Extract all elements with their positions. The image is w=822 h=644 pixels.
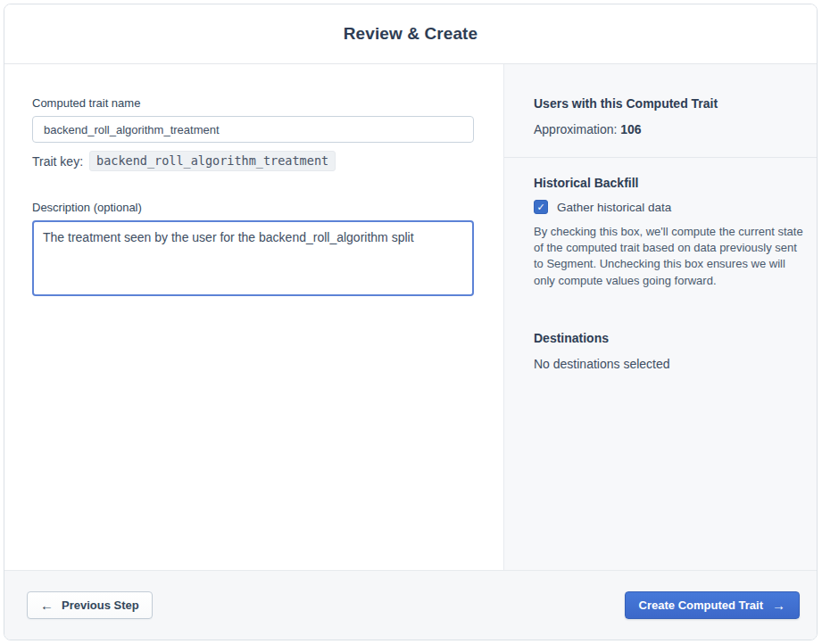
create-computed-trait-button[interactable]: Create Computed Trait → <box>625 591 800 619</box>
page-title: Review & Create <box>344 24 477 44</box>
approximation-label: Approximation: <box>534 122 620 136</box>
users-with-trait-heading: Users with this Computed Trait <box>534 96 809 111</box>
destinations-heading: Destinations <box>534 331 809 345</box>
previous-step-button[interactable]: ← Previous Step <box>27 591 153 619</box>
back-arrow-icon: ← <box>40 599 54 612</box>
computed-trait-name-input[interactable] <box>32 116 474 143</box>
approximation-line: Approximation: 106 <box>534 122 809 136</box>
trait-key-value-badge: backend_roll_algorithm_treatment <box>89 151 336 171</box>
computed-trait-name-label: Computed trait name <box>32 96 475 110</box>
summary-panel: Users with this Computed Trait Approxima… <box>503 64 818 570</box>
approximation-value: 106 <box>620 122 641 136</box>
checkmark-icon: ✓ <box>536 202 544 212</box>
gather-historical-data-label: Gather historical data <box>557 201 671 214</box>
modal-header: Review & Create <box>4 4 817 64</box>
gather-historical-data-row: ✓ Gather historical data <box>534 200 809 214</box>
trait-key-label: Trait key: <box>32 154 83 169</box>
gather-historical-data-checkbox[interactable]: ✓ <box>534 200 548 214</box>
trait-form-panel: Computed trait name Trait key: backend_r… <box>4 64 503 570</box>
review-create-modal: Review & Create Computed trait name Trai… <box>4 4 818 640</box>
destinations-empty-state: No destinations selected <box>534 357 809 371</box>
modal-footer: ← Previous Step Create Computed Trait → <box>4 570 817 640</box>
section-divider <box>504 157 818 158</box>
forward-arrow-icon: → <box>772 599 785 612</box>
backfill-description: By checking this box, we'll compute the … <box>534 224 809 289</box>
modal-content: Computed trait name Trait key: backend_r… <box>4 64 817 570</box>
description-textarea[interactable]: The treatment seen by the user for the b… <box>32 220 474 296</box>
historical-backfill-heading: Historical Backfill <box>534 176 809 190</box>
description-label: Description (optional) <box>32 201 475 214</box>
create-computed-trait-label: Create Computed Trait <box>639 599 763 612</box>
trait-key-row: Trait key: backend_roll_algorithm_treatm… <box>32 151 475 171</box>
previous-step-label: Previous Step <box>62 599 139 612</box>
